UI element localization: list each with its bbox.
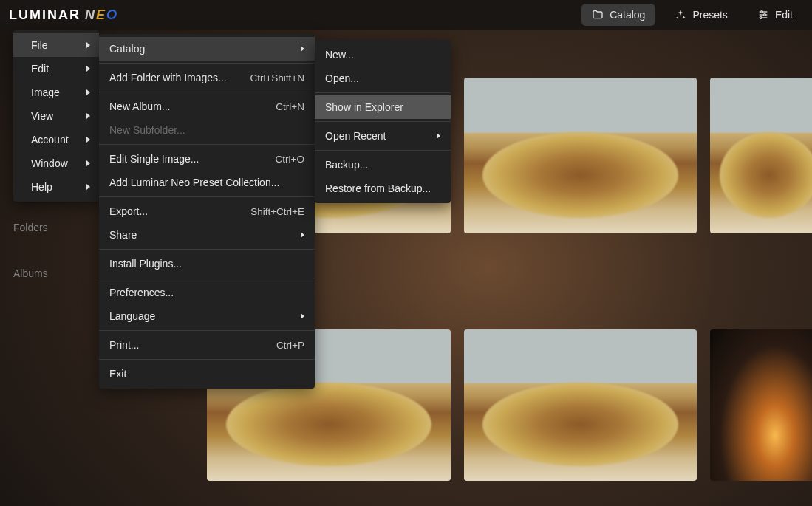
file-exit[interactable]: Exit [99, 362, 315, 386]
file-language[interactable]: Language [99, 304, 315, 328]
chevron-right-icon [86, 137, 90, 143]
file-share[interactable]: Share [99, 223, 315, 247]
menu-separator [315, 150, 451, 151]
file-add-folder[interactable]: Add Folder with Images...Ctrl+Shift+N [99, 66, 315, 89]
chevron-right-icon [437, 133, 440, 139]
shortcut: Ctrl+O [276, 154, 304, 165]
menu-separator [99, 330, 315, 331]
edit-label: Edit [775, 9, 793, 21]
menu-separator [99, 278, 315, 278]
svg-point-5 [760, 17, 762, 19]
menu-account[interactable]: Account [13, 128, 99, 151]
menu-separator [99, 92, 315, 92]
file-install-plugins[interactable]: Install Plugins... [99, 252, 315, 276]
shortcut: Ctrl+Shift+N [250, 72, 304, 83]
chevron-right-icon [301, 232, 304, 238]
main-menu: File Edit Image View Account Window Help [13, 30, 99, 202]
chevron-right-icon [86, 66, 90, 72]
menu-view[interactable]: View [13, 104, 99, 128]
presets-label: Presets [692, 9, 727, 21]
menu-separator [99, 63, 315, 64]
menu-separator [315, 92, 451, 93]
menu-file[interactable]: File [13, 33, 99, 57]
catalog-submenu: New... Open... Show in Explorer Open Rec… [315, 40, 451, 203]
catalog-show-in-explorer[interactable]: Show in Explorer [315, 95, 451, 119]
file-preferences[interactable]: Preferences... [99, 281, 315, 304]
menu-separator [99, 359, 315, 360]
file-export[interactable]: Export...Shift+Ctrl+E [99, 199, 315, 223]
catalog-restore[interactable]: Restore from Backup... [315, 177, 451, 200]
thumbnail[interactable] [464, 329, 697, 481]
file-edit-single[interactable]: Edit Single Image...Ctrl+O [99, 147, 315, 171]
shortcut: Shift+Ctrl+E [250, 206, 304, 217]
thumbnail[interactable] [710, 78, 812, 233]
svg-point-3 [764, 14, 766, 16]
file-print[interactable]: Print...Ctrl+P [99, 333, 315, 357]
chevron-right-icon [86, 89, 90, 95]
svg-point-1 [761, 11, 763, 13]
folder-icon [592, 9, 604, 21]
app-logo: LUMINAR NEO [9, 7, 118, 23]
sliders-icon [757, 9, 769, 21]
menu-separator [315, 121, 451, 122]
chevron-right-icon [86, 160, 90, 166]
file-catalog[interactable]: Catalog [99, 37, 315, 61]
catalog-new[interactable]: New... [315, 43, 451, 66]
logo-brand: LUMINAR [9, 7, 81, 23]
presets-button[interactable]: Presets [664, 4, 737, 26]
chevron-right-icon [301, 46, 304, 52]
shortcut: Ctrl+N [276, 101, 304, 112]
file-submenu: Catalog Add Folder with Images...Ctrl+Sh… [99, 34, 315, 389]
edit-button[interactable]: Edit [747, 4, 803, 26]
menu-window[interactable]: Window [13, 151, 99, 175]
menu-separator [99, 144, 315, 145]
chevron-right-icon [301, 313, 304, 319]
top-bar: LUMINAR NEO Catalog Presets Edit [0, 0, 812, 30]
menu-separator [99, 249, 315, 250]
thumbnail[interactable] [464, 78, 697, 233]
thumbnail[interactable] [710, 329, 812, 481]
shortcut: Ctrl+P [276, 340, 304, 351]
menu-edit[interactable]: Edit [13, 57, 99, 81]
catalog-open-recent[interactable]: Open Recent [315, 124, 451, 148]
file-new-album[interactable]: New Album...Ctrl+N [99, 95, 315, 118]
topbar-right: Catalog Presets Edit [581, 4, 803, 26]
logo-suffix: NEO [85, 7, 118, 23]
chevron-right-icon [86, 113, 90, 119]
chevron-right-icon [86, 184, 90, 190]
menu-help[interactable]: Help [13, 175, 99, 199]
file-add-preset[interactable]: Add Luminar Neo Preset Collection... [99, 171, 315, 194]
catalog-open[interactable]: Open... [315, 66, 451, 90]
chevron-right-icon [86, 42, 90, 48]
menu-image[interactable]: Image [13, 81, 99, 104]
catalog-label: Catalog [610, 9, 645, 21]
sparkle-icon [675, 9, 686, 21]
catalog-button[interactable]: Catalog [581, 4, 655, 26]
catalog-backup[interactable]: Backup... [315, 153, 451, 177]
file-new-subfolder: New Subfolder... [99, 118, 315, 142]
menu-separator [99, 196, 315, 197]
